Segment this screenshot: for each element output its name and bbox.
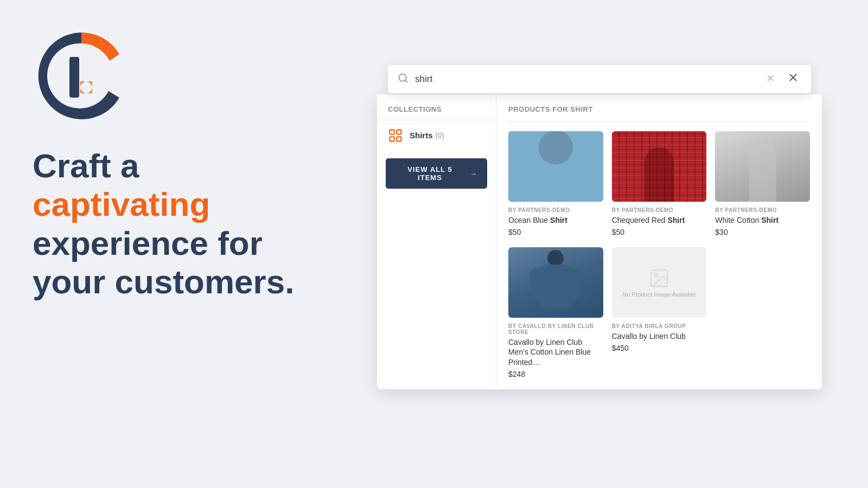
product-price-4: $248 (508, 370, 603, 378)
product-brand-4: BY CAVALLO BY LINEN CLUB STORE (508, 323, 603, 335)
product-brand-1: BY PARTNERS-DEMO (508, 207, 603, 213)
svg-rect-9 (390, 130, 394, 134)
arrow-icon: → (470, 170, 477, 178)
products-section-title: Products for shirt (508, 105, 810, 121)
left-panel: Craft a captivating experience for your … (0, 0, 331, 488)
product-card-blue-linen[interactable]: BY CAVALLO BY LINEN CLUB STORE Cavallo b… (508, 247, 603, 378)
product-card-ocean-blue[interactable]: BY PARTNERS-DEMO Ocean Blue Shirt $50 (508, 131, 603, 236)
search-close-button[interactable] (785, 72, 801, 87)
no-image-text: No Product Image Available (618, 291, 700, 298)
collections-sidebar: Collections Shirts (0) VIEW ALL 5 ITEMS … (377, 94, 496, 389)
product-image-white-cotton (715, 131, 810, 202)
image-placeholder-icon (648, 267, 670, 289)
headline-highlight: captivating (33, 185, 210, 223)
svg-rect-10 (397, 130, 401, 134)
products-area: Products for shirt BY PARTNERS-DEMO Ocea… (496, 94, 822, 389)
product-name-5: Cavallo by Linen Club (612, 331, 707, 341)
product-card-no-image[interactable]: No Product Image Available BY ADITYA BIR… (612, 247, 707, 378)
product-brand-2: BY PARTNERS-DEMO (612, 207, 707, 213)
product-image-red-plaid (612, 131, 707, 202)
search-clear-button[interactable] (763, 73, 777, 86)
product-image-ocean-blue (508, 131, 603, 202)
product-name-3: White Cotton Shirt (715, 215, 810, 225)
product-card-white-cotton[interactable]: BY PARTNERS-DEMO White Cotton Shirt $30 (715, 131, 810, 236)
product-name-4: Cavallo by Linen Club Men's Cotton Linen… (508, 337, 603, 367)
brand-logo (33, 27, 130, 125)
product-name-2: Chequered Red Shirt (612, 215, 707, 225)
svg-rect-11 (390, 137, 394, 141)
product-image-blue-linen (508, 247, 603, 318)
product-price-3: $30 (715, 228, 810, 236)
product-card-red-plaid[interactable]: BY PARTNERS-DEMO Chequered Red Shirt $50 (612, 131, 707, 236)
collection-name: Shirts (0) (410, 131, 444, 140)
product-brand-5: BY ADITYA BIRLA GROUP (612, 323, 707, 329)
product-price-2: $50 (612, 228, 707, 236)
view-all-button[interactable]: VIEW ALL 5 ITEMS → (386, 158, 487, 189)
results-panel: Collections Shirts (0) VIEW ALL 5 ITEMS … (377, 94, 822, 389)
svg-point-2 (80, 81, 92, 93)
headline-line1: Craft a (33, 147, 139, 184)
svg-rect-0 (69, 57, 79, 98)
products-grid: BY PARTNERS-DEMO Ocean Blue Shirt $50 (508, 131, 810, 378)
headline: Craft a captivating experience for your … (33, 146, 298, 301)
svg-line-4 (405, 80, 407, 82)
search-input[interactable] (415, 74, 763, 85)
svg-point-14 (655, 274, 658, 277)
product-price-1: $50 (508, 228, 603, 236)
collections-section-title: Collections (377, 105, 496, 120)
grid-icon (388, 128, 403, 143)
product-name-1: Ocean Blue Shirt (508, 215, 603, 225)
product-image-no-image: No Product Image Available (612, 247, 707, 318)
search-icon (398, 73, 409, 86)
right-panel: Collections Shirts (0) VIEW ALL 5 ITEMS … (331, 0, 868, 488)
headline-line4: your customers. (33, 263, 294, 300)
no-product-image-placeholder: No Product Image Available (612, 247, 707, 318)
svg-rect-12 (397, 137, 401, 141)
collection-name-text: Shirts (410, 131, 433, 140)
headline-line3: experience for (33, 224, 263, 262)
search-bar (388, 65, 811, 93)
view-all-label: VIEW ALL 5 ITEMS (395, 165, 464, 182)
collection-count: (0) (435, 131, 444, 140)
collection-item-shirts[interactable]: Shirts (0) (377, 120, 496, 151)
product-brand-3: BY PARTNERS-DEMO (715, 207, 810, 213)
product-price-5: $450 (612, 344, 707, 352)
